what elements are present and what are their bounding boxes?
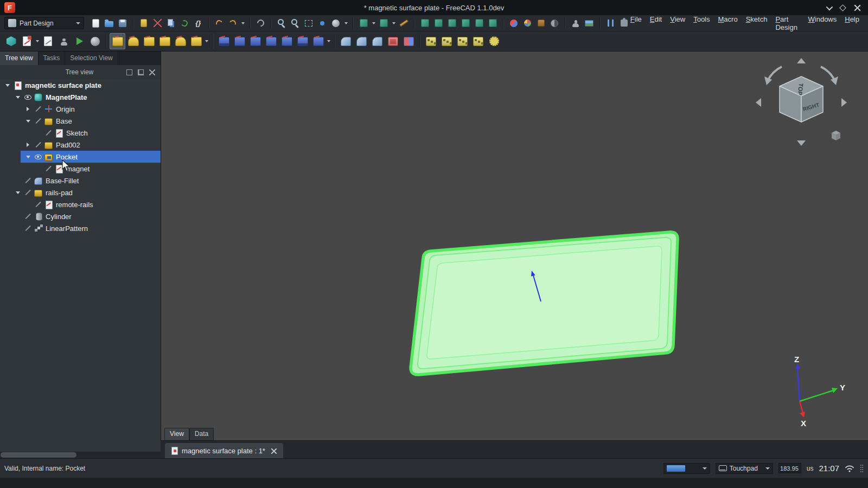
tree-item-remote-rails[interactable]: remote-rails [0, 198, 161, 210]
tree-item-document[interactable]: magnetic surface plate [0, 79, 161, 91]
measure-button[interactable] [398, 17, 410, 30]
fillet-button[interactable] [338, 33, 354, 49]
menu-tools[interactable]: Tools [693, 15, 710, 31]
refresh-button[interactable] [254, 17, 267, 30]
tree-item-base-fillet[interactable]: Base-Fillet [0, 175, 161, 187]
isometric-dropdown-icon[interactable] [392, 22, 395, 24]
sync-selection-button[interactable] [316, 17, 329, 30]
additive-primitive-dropdown-icon[interactable] [205, 40, 208, 42]
scrollbar-thumb[interactable] [1, 452, 76, 458]
box-zoom-button[interactable] [303, 17, 315, 30]
new-file-button[interactable] [90, 17, 102, 30]
boolean-button[interactable] [401, 33, 417, 49]
additive-primitive-button[interactable] [188, 33, 204, 49]
nav-arrow-up[interactable] [797, 58, 806, 63]
subtractive-loft-button[interactable] [263, 33, 279, 49]
tree-item-linearpattern[interactable]: LinearPattern [0, 222, 161, 234]
document-tab[interactable]: magnetic surface plate : 1* [165, 443, 283, 459]
close-tab-icon[interactable] [271, 448, 277, 454]
subtractive-pipe-button[interactable] [279, 33, 295, 49]
edit-sketch-button[interactable] [40, 33, 56, 49]
menu-view[interactable]: View [670, 15, 685, 31]
tab-data[interactable]: Data [189, 428, 214, 440]
tab-tree-view[interactable]: Tree view [0, 52, 39, 65]
size-grip[interactable] [860, 464, 864, 473]
draw-style-dropdown-icon[interactable] [344, 22, 348, 24]
expander-icon[interactable] [2, 79, 12, 91]
screenshot-button[interactable] [583, 17, 596, 30]
cut-button[interactable] [151, 17, 164, 30]
undo-button[interactable] [213, 17, 226, 30]
copy-button[interactable] [165, 17, 177, 30]
tree-item-base[interactable]: Base [0, 115, 161, 127]
tree-item-cylinder[interactable]: Cylinder [0, 210, 161, 222]
tree-item-origin[interactable]: Origin [0, 103, 161, 115]
overlay-panel-icon[interactable] [138, 69, 144, 75]
pad-button[interactable] [110, 33, 125, 49]
groove-button[interactable] [247, 33, 263, 49]
subtractive-primitive-button[interactable] [310, 33, 326, 49]
tree-horizontal-scrollbar[interactable] [0, 452, 161, 458]
menu-part-design[interactable]: Part Design [775, 15, 800, 31]
addon-manager-button[interactable] [618, 17, 630, 30]
view-rear-button[interactable] [459, 17, 472, 30]
zoom-in-button[interactable] [276, 17, 288, 30]
subtractive-helix-button[interactable] [295, 33, 310, 49]
close-panel-icon[interactable] [149, 69, 155, 75]
additive-helix-button[interactable] [173, 33, 188, 49]
shape-binder-button[interactable] [87, 33, 103, 49]
mirrored-button[interactable] [423, 33, 439, 49]
sync-button[interactable] [178, 17, 191, 30]
appearance-button[interactable] [508, 17, 520, 30]
open-file-button[interactable] [103, 17, 116, 30]
save-button[interactable] [117, 17, 129, 30]
axonometric-view-button[interactable] [358, 17, 370, 30]
wifi-icon[interactable] [845, 465, 854, 472]
additive-pipe-button[interactable] [157, 33, 173, 49]
3d-viewport[interactable]: TOP RIGHT Z Y X [161, 52, 868, 440]
pocket-button[interactable] [216, 33, 232, 49]
nav-rotate-cw-icon[interactable] [821, 67, 835, 81]
tree-item-sketch[interactable]: Sketch [0, 127, 161, 139]
view-top-button[interactable] [432, 17, 445, 30]
nav-arrow-left[interactable] [756, 98, 761, 107]
nav-mini-cube-icon[interactable] [832, 131, 840, 140]
expander-icon[interactable] [23, 151, 33, 163]
expander-icon[interactable] [23, 115, 33, 127]
minimize-icon[interactable] [826, 3, 833, 10]
nav-arrow-right[interactable] [841, 98, 847, 107]
create-sketch-button[interactable] [19, 33, 35, 49]
float-panel-icon[interactable] [126, 69, 132, 75]
random-color-button[interactable] [521, 17, 534, 30]
nav-arrow-down[interactable] [797, 140, 806, 146]
expander-icon[interactable] [23, 139, 33, 151]
polar-pattern-button[interactable] [455, 33, 470, 49]
dock-overlay-button[interactable] [604, 17, 617, 30]
expander-icon[interactable] [12, 91, 23, 103]
menu-windows[interactable]: Windows [808, 15, 837, 31]
validate-sketch-button[interactable] [56, 33, 72, 49]
linear-pattern-button[interactable] [439, 33, 455, 49]
expander-icon[interactable] [23, 103, 33, 115]
view-front-button[interactable] [419, 17, 431, 30]
nav-rotate-ccw-icon[interactable] [768, 67, 782, 81]
zoom-fit-button[interactable] [289, 17, 302, 30]
maximize-icon[interactable] [839, 4, 846, 11]
menu-edit[interactable]: Edit [650, 15, 662, 31]
draw-style-button[interactable] [330, 17, 342, 30]
axonometric-dropdown-icon[interactable] [372, 22, 375, 24]
view-right-button[interactable] [446, 17, 458, 30]
redo-dropdown-icon[interactable] [241, 22, 245, 24]
tree-item-magnet[interactable]: magnet [0, 163, 161, 175]
menu-sketch[interactable]: Sketch [746, 15, 768, 31]
expression-button[interactable]: {} [192, 17, 205, 30]
material-button[interactable] [535, 17, 547, 30]
navigation-cube[interactable]: TOP RIGHT [752, 56, 850, 148]
sketch-dropdown-icon[interactable] [36, 40, 39, 42]
clock[interactable]: 21:07 [819, 464, 839, 473]
menu-macro[interactable]: Macro [718, 15, 738, 31]
close-icon[interactable] [854, 5, 860, 11]
transparency-button[interactable] [548, 17, 561, 30]
map-sketch-button[interactable] [72, 33, 87, 49]
view-bottom-button[interactable] [473, 17, 486, 30]
